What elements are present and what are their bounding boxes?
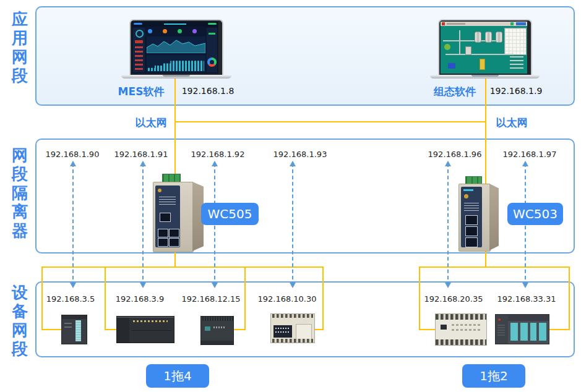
arrow-up-icon — [140, 158, 146, 166]
gateway-front-panel — [155, 185, 180, 247]
plc-schneider-m221-image — [200, 316, 234, 345]
ethernet-port-icon — [169, 229, 179, 237]
arrow-down-icon — [290, 283, 296, 291]
ethernet-port-icon — [465, 215, 478, 225]
laptop-screen-frame — [438, 19, 532, 75]
software-label-scada: 组态软件 — [426, 85, 484, 99]
ethernet-cable-bus-right — [419, 266, 570, 268]
mes-topbar-pill-left — [134, 23, 142, 25]
mes-bar-chart — [147, 55, 205, 72]
mes-topbar-pill-right — [208, 23, 217, 25]
mes-area-chart — [147, 36, 205, 53]
ethernet-cable-bus-left — [41, 266, 324, 268]
ethernet-cable-stub-2 — [105, 329, 118, 330]
ip-label-scada: 192.168.1.9 — [486, 86, 546, 96]
arrow-down-icon — [212, 283, 218, 291]
device-ip-2: 192.168.3.9 — [109, 294, 171, 304]
ethernet-cable-branch-4 — [322, 266, 324, 330]
ip-mapping-arrow-4 — [292, 163, 293, 286]
hmi-green-indicator — [444, 44, 450, 50]
mes-alarm-list — [135, 46, 143, 70]
mes-right-panel — [207, 28, 217, 72]
laptop-base — [121, 75, 231, 79]
group-badge-1to2: 1拖2 — [462, 364, 525, 388]
mes-donut-hole — [210, 60, 214, 64]
antenna-connector-icon — [158, 189, 161, 192]
plc-terminal-row — [133, 320, 168, 322]
plc-terminal-row — [436, 314, 486, 320]
hmi-pipe-3 — [459, 30, 460, 55]
ethernet-cable-stub-3 — [233, 329, 246, 330]
ethernet-cable-branch-2 — [105, 266, 106, 330]
ethernet-label-left: 以太网 — [129, 116, 173, 130]
plc-detail-dash — [64, 323, 72, 324]
module-door — [510, 323, 518, 341]
plc-display — [205, 326, 210, 331]
hmi-title-chip — [516, 22, 526, 25]
plc-connector-row — [201, 317, 233, 321]
plc-mitsubishi-fx-image — [270, 313, 315, 343]
module-door — [530, 323, 536, 341]
section-label-isolator: 网段隔离器 — [9, 146, 30, 240]
hmi-column — [480, 59, 485, 70]
plc-bottom-strip — [201, 341, 233, 344]
wc503-gateway-image — [458, 176, 503, 250]
ethernet-cable-branch-3 — [244, 266, 246, 330]
antenna-connector-icon — [464, 194, 468, 198]
laptop-base — [430, 75, 540, 79]
plc-logo-block — [441, 325, 447, 330]
lan-ip-6: 192.168.1.97 — [499, 150, 561, 159]
panel-label-text — [464, 203, 479, 213]
lan-ip-4: 192.168.1.93 — [269, 150, 331, 159]
lan-ip-2: 192.168.1.91 — [110, 150, 172, 159]
hmi-vessel-2 — [485, 32, 492, 43]
plc-led-row — [275, 331, 289, 333]
section-label-application: 应用网段 — [9, 10, 30, 85]
arrow-up-icon — [212, 158, 218, 166]
ethernet-port-icon — [465, 226, 478, 236]
arrow-up-icon — [445, 158, 451, 166]
plc-terminal-row — [436, 339, 486, 345]
arrow-up-icon — [290, 158, 296, 166]
plc-top-edge — [117, 317, 174, 318]
mes-donut-chart — [207, 58, 217, 67]
rack-top-strip — [508, 315, 549, 321]
lan-ip-5: 192.168.1.96 — [424, 150, 486, 159]
hmi-pipe-2 — [445, 54, 514, 55]
arrow-up-icon — [522, 158, 528, 166]
ethernet-cable-stub-1 — [41, 329, 62, 330]
gateway-side — [489, 184, 499, 250]
ethernet-port-icon — [158, 229, 168, 237]
hmi-vessel-1 — [475, 32, 481, 43]
device-ip-4: 192.168.10.30 — [256, 294, 318, 304]
mes-sidebar — [133, 28, 145, 72]
hmi-btn-green — [510, 22, 514, 25]
mes-kpi-dot-green — [178, 29, 182, 33]
psu-vents — [497, 325, 505, 337]
plc-top-strip — [62, 315, 87, 319]
mes-kpi-dot-purple — [192, 29, 197, 33]
panel-label-text — [159, 197, 176, 206]
scada-hmi-screen-image — [441, 22, 527, 74]
ethernet-cable-backbone — [174, 121, 486, 122]
section-label-device: 设备网段 — [9, 283, 30, 359]
module-door — [520, 323, 528, 341]
arrow-down-icon — [70, 283, 76, 291]
plc-label-strip — [75, 320, 81, 341]
arrow-down-icon — [445, 283, 451, 291]
ip-label-mes: 192.168.1.8 — [178, 86, 238, 96]
panel-logo-dash — [463, 189, 473, 191]
hmi-trend-panel — [504, 28, 527, 55]
ethernet-cable-branch-6 — [569, 266, 570, 330]
device-ip-6: 192.168.33.31 — [496, 294, 557, 304]
arrow-up-icon — [70, 158, 76, 166]
plc-led-row — [275, 328, 289, 329]
mes-gauge-icon — [136, 30, 144, 38]
plc-siemens-et200-image — [61, 315, 87, 344]
plc-delta-dvp-image — [435, 313, 487, 346]
arrow-down-icon — [140, 283, 146, 291]
plc-power-module — [117, 317, 129, 343]
ethernet-port-icon — [158, 238, 168, 247]
ip-mapping-arrow-1 — [72, 163, 74, 286]
mes-alert-badge — [135, 40, 143, 43]
